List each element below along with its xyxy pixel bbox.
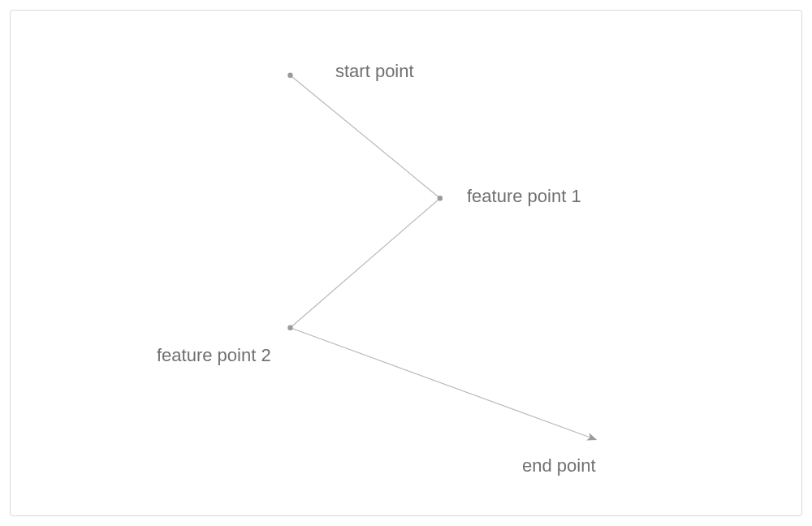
- start-point-label: start point: [335, 61, 414, 82]
- segment-feature1-feature2: [290, 198, 439, 327]
- start-point-dot: [287, 73, 292, 78]
- segment-start-feature1: [290, 75, 439, 199]
- diagram-svg: [11, 11, 801, 515]
- segments-group: [290, 75, 595, 440]
- end-point-label: end point: [522, 455, 596, 476]
- feature-point-2-label: feature point 2: [157, 345, 271, 366]
- points-group: [287, 73, 443, 330]
- feature2-point-dot: [287, 326, 292, 330]
- diagram-frame: start point feature point 1 feature poin…: [10, 10, 802, 516]
- segment-feature2-end: [290, 328, 595, 440]
- feature1-point-dot: [438, 196, 443, 200]
- feature-point-1-label: feature point 1: [467, 186, 581, 207]
